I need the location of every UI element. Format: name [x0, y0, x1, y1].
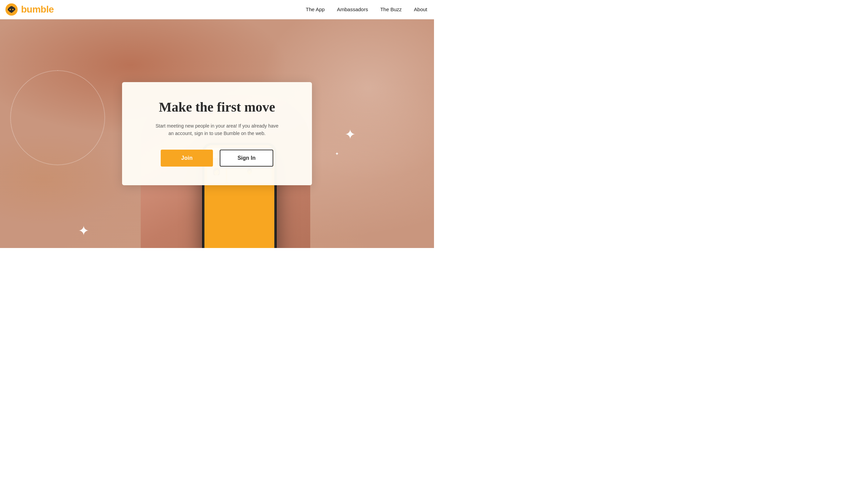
nav-link-ambassadors[interactable]: Ambassadors	[337, 6, 368, 12]
nav-item-ambassadors[interactable]: Ambassadors	[337, 6, 368, 13]
sparkle-small-icon: ✦	[335, 152, 339, 156]
bumble-logo-icon	[5, 3, 18, 16]
navbar: bumble The App Ambassadors The Buzz Abou…	[0, 0, 434, 19]
bumble-logo-text: bumble	[21, 4, 54, 15]
sparkle-large-icon: ✦	[344, 128, 356, 141]
svg-point-2	[12, 9, 14, 10]
sparkle-bottom-icon: ✦	[78, 224, 90, 238]
nav-item-the-buzz[interactable]: The Buzz	[380, 6, 401, 13]
logo[interactable]: bumble	[5, 3, 54, 16]
hero-title: Make the first move	[142, 99, 292, 115]
svg-point-1	[10, 9, 11, 10]
join-button[interactable]: Join	[161, 150, 213, 167]
hero-section: Send a message... 👩 👨 YOU MATO q w	[0, 19, 434, 248]
nav-links: The App Ambassadors The Buzz About	[306, 6, 427, 13]
hero-card: Make the first move Start meeting new pe…	[122, 82, 312, 185]
nav-link-the-app[interactable]: The App	[306, 6, 325, 12]
hero-subtitle: Start meeting new people in your area! I…	[152, 122, 282, 137]
hero-buttons: Join Sign In	[142, 150, 292, 167]
signin-button[interactable]: Sign In	[220, 150, 273, 167]
nav-item-the-app[interactable]: The App	[306, 6, 325, 13]
nav-link-the-buzz[interactable]: The Buzz	[380, 6, 401, 12]
dotted-circle-decoration	[10, 70, 105, 165]
nav-item-about[interactable]: About	[414, 6, 427, 13]
nav-link-about[interactable]: About	[414, 6, 427, 12]
